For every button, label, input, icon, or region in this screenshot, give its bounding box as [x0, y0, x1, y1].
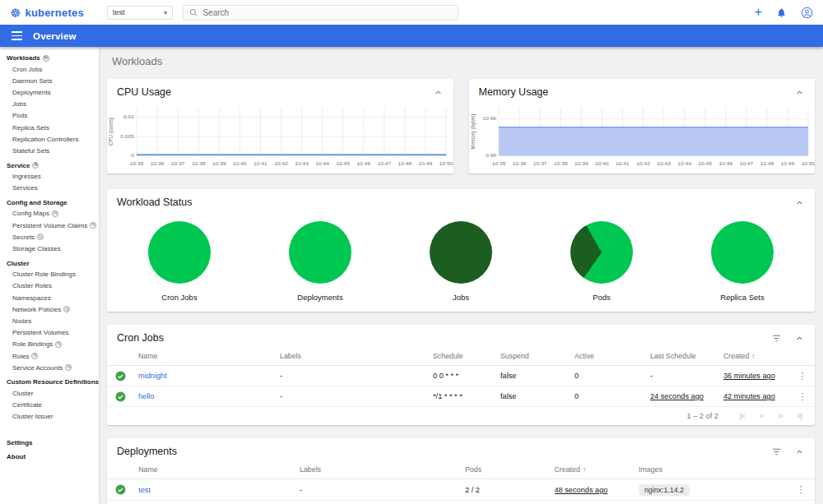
table-cell: nginx:1.14.2 [639, 479, 792, 501]
sidebar-item-about[interactable]: About [0, 448, 99, 462]
search-bar[interactable] [183, 5, 458, 21]
pagination: 1 – 2 of 2 |< < > >| [107, 407, 815, 425]
cpu-usage-card: CPU Usage 10:3510:3610:3710:3810:3910:40… [107, 79, 453, 173]
first-page-icon[interactable]: |< [740, 411, 745, 420]
column-header-last-schedule[interactable]: Last Schedule [650, 347, 723, 366]
namespaced-badge: N [31, 353, 38, 359]
previous-page-icon[interactable]: < [760, 411, 764, 420]
workload-status-pies: Cron JobsDeploymentsJobsPodsReplica Sets [107, 211, 815, 312]
sidebar-item-nodes[interactable]: Nodes [0, 315, 99, 326]
sidebar-item-settings[interactable]: Settings [0, 434, 99, 448]
card-title: CPU Usage [117, 86, 171, 98]
sidebar-item-cron-jobs[interactable]: Cron Jobs [0, 63, 99, 75]
table-cell: midnight [138, 366, 280, 386]
sidebar-section-workloads: WorkloadsN [0, 49, 99, 63]
memory-usage-chart: 10:3510:3610:3710:3810:3910:4010:4110:42… [469, 101, 816, 169]
sidebar-item-certificate[interactable]: Certificate [0, 400, 99, 411]
filter-list-icon[interactable] [771, 446, 782, 457]
sidebar-item-service-accounts[interactable]: Service AccountsN [0, 362, 99, 373]
column-header-labels[interactable]: Labels [300, 460, 465, 479]
sidebar-item-network-policies[interactable]: Network PoliciesN [0, 303, 99, 315]
search-input[interactable] [202, 8, 452, 17]
svg-text:10:44: 10:44 [677, 160, 691, 166]
sidebar-item-cluster-role-bindings[interactable]: Cluster Role Bindings [0, 269, 99, 280]
sidebar-item-storage-classes[interactable]: Storage Classes [0, 243, 99, 254]
sidebar-item-replication-controllers[interactable]: Replication Controllers [0, 133, 99, 145]
resource-link[interactable]: test [138, 486, 151, 494]
collapse-icon[interactable] [794, 446, 805, 457]
notifications-icon[interactable] [776, 7, 787, 18]
sidebar-item-jobs[interactable]: Jobs [0, 99, 99, 110]
sidebar-item-label: Stateful Sets [12, 147, 49, 155]
card-title: Workload Status [117, 197, 192, 208]
column-header-schedule[interactable]: Schedule [433, 347, 500, 366]
svg-text:CPU (cores): CPU (cores) [108, 118, 114, 146]
sidebar-item-cluster[interactable]: Cluster [0, 387, 99, 399]
collapse-icon[interactable] [433, 87, 444, 98]
table-cell: 42 minutes ago [555, 501, 639, 504]
collapse-icon[interactable] [794, 333, 805, 344]
relative-time: 24 seconds ago [650, 392, 704, 400]
svg-text:0.005: 0.005 [120, 133, 134, 139]
cpu-usage-chart: 10:3510:3610:3710:3810:3910:4010:4110:42… [107, 101, 453, 169]
sidebar-item-cluster-roles[interactable]: Cluster Roles [0, 280, 99, 292]
svg-text:10:40: 10:40 [595, 160, 609, 166]
kubernetes-logo[interactable]: ☸ kubernetes [10, 7, 100, 19]
namespaced-badge: N [43, 55, 49, 62]
sidebar-item-stateful-sets[interactable]: Stateful Sets [0, 145, 99, 156]
kebab-menu-icon[interactable]: ⋮ [793, 484, 808, 494]
kebab-menu-icon[interactable]: ⋮ [795, 391, 811, 401]
sidebar-item-label: Replica Sets [12, 124, 49, 132]
sidebar-item-pods[interactable]: Pods [0, 110, 99, 122]
sidebar-item-secrets[interactable]: SecretsN [0, 231, 99, 243]
column-header-name[interactable]: Name [138, 460, 300, 479]
column-header-pods[interactable]: Pods [465, 460, 555, 479]
sidebar-item-config-maps[interactable]: Config MapsN [0, 208, 99, 220]
sort-arrow-icon: ↑ [583, 466, 586, 474]
table-cell: 48 seconds ago [555, 479, 639, 501]
filter-list-icon[interactable] [771, 333, 782, 344]
table-row: nginx-deploymentapp: nginx3 / 342 minute… [107, 501, 815, 504]
kubernetes-wheel-icon: ☸ [10, 7, 21, 19]
app-bar: Overview [0, 25, 823, 47]
check-circle-icon [115, 371, 126, 381]
next-page-icon[interactable]: > [778, 411, 782, 420]
namespace-select[interactable]: test ▾ [107, 6, 173, 20]
collapse-icon[interactable] [794, 197, 805, 208]
resource-link[interactable]: hello [138, 392, 154, 400]
sidebar-item-role-bindings[interactable]: Role BindingsN [0, 339, 99, 350]
sidebar-item-persistent-volume-claims[interactable]: Persistent Volume ClaimsN [0, 220, 99, 231]
column-header-labels[interactable]: Labels [280, 347, 433, 366]
sidebar: WorkloadsNCron JobsDaemon SetsDeployment… [0, 47, 99, 504]
sidebar-item-services[interactable]: Services [0, 183, 99, 194]
header-actions: + [755, 6, 813, 19]
column-header-name[interactable]: Name [138, 347, 280, 366]
menu-icon[interactable] [12, 31, 22, 39]
column-header-created[interactable]: Created↑ [723, 347, 793, 366]
sidebar-item-namespaces[interactable]: Namespaces [0, 292, 99, 303]
sidebar-item-label: Namespaces [12, 294, 51, 302]
column-header-created[interactable]: Created↑ [555, 460, 639, 479]
collapse-icon[interactable] [794, 87, 805, 98]
sidebar-item-persistent-volumes[interactable]: Persistent Volumes [0, 327, 99, 339]
top-header: ☸ kubernetes test ▾ + [0, 0, 823, 25]
sidebar-item-daemon-sets[interactable]: Daemon Sets [0, 75, 99, 86]
sidebar-item-label: Network Policies [12, 306, 61, 313]
account-icon[interactable] [801, 7, 813, 19]
resource-link[interactable]: midnight [138, 372, 167, 380]
table-cell: 0 0 * * * [433, 366, 500, 386]
sidebar-item-deployments[interactable]: Deployments [0, 86, 99, 98]
sidebar-item-replica-sets[interactable]: Replica Sets [0, 122, 99, 133]
kebab-menu-icon[interactable]: ⋮ [795, 371, 811, 381]
column-header-active[interactable]: Active [574, 347, 650, 366]
table-row: midnight-0 0 * * *false0-36 minutes ago⋮ [107, 366, 816, 386]
add-icon[interactable]: + [755, 6, 762, 19]
sidebar-item-label: Deployments [12, 89, 51, 96]
sidebar-item-roles[interactable]: RolesN [0, 350, 99, 362]
sidebar-item-ingresses[interactable]: Ingresses [0, 171, 99, 183]
column-header-images[interactable]: Images [639, 460, 792, 479]
column-header-suspend[interactable]: Suspend [500, 347, 574, 366]
svg-text:10 Mi: 10 Mi [482, 116, 495, 122]
sidebar-item-cluster-issuer[interactable]: Cluster Issuer [0, 411, 99, 423]
last-page-icon[interactable]: >| [797, 411, 802, 420]
